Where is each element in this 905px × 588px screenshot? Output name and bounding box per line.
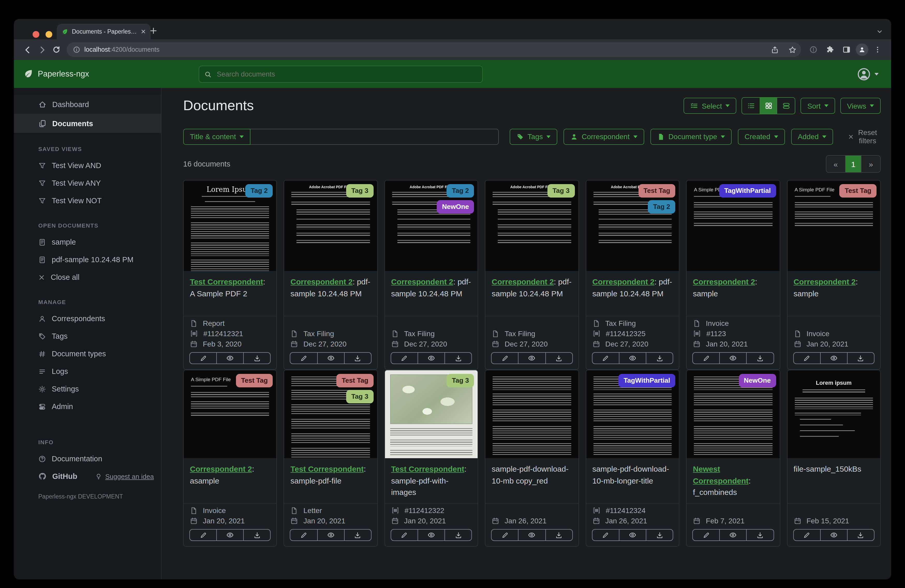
views-button[interactable]: Views <box>840 98 881 114</box>
document-thumbnail[interactable]: TagWithPartial <box>586 370 679 458</box>
filter-text-input[interactable] <box>251 128 499 144</box>
download-button[interactable] <box>244 352 271 364</box>
correspondent-link[interactable]: Correspondent 2 <box>492 277 554 286</box>
sidebar-item-close-all[interactable]: Close all <box>14 268 161 286</box>
filter-document-type-dropdown[interactable]: Document type <box>650 128 731 144</box>
preview-button[interactable] <box>619 529 646 541</box>
download-button[interactable] <box>445 529 472 541</box>
pagination-page-1[interactable]: 1 <box>845 156 861 172</box>
sidebar-item-test-view-any[interactable]: Test View ANY <box>14 174 161 192</box>
document-thumbnail[interactable]: Lorem Ipsum Tag 2 <box>184 181 276 271</box>
document-thumbnail[interactable]: A Simple PDF File TagWithPartial <box>687 181 780 271</box>
preview-button[interactable] <box>217 529 244 541</box>
document-thumbnail[interactable]: Adobe Acrobat PDF Files Tag 2NewOne <box>385 181 478 271</box>
filter-field-dropdown[interactable]: Title & content <box>183 128 251 144</box>
pagination-prev-button[interactable]: « <box>826 156 845 172</box>
view-mode-list-button[interactable] <box>742 98 760 114</box>
address-bar[interactable]: localhost:4200/documents <box>67 43 801 57</box>
correspondent-link[interactable]: Test Correspondent <box>190 277 263 286</box>
back-icon[interactable] <box>20 43 35 57</box>
browser-tab[interactable]: Documents - Paperless-ngx <box>57 24 151 39</box>
download-button[interactable] <box>848 529 875 541</box>
preview-button[interactable] <box>720 352 747 364</box>
select-button[interactable]: Select <box>684 98 737 114</box>
extensions-puzzle-icon[interactable] <box>823 43 837 57</box>
preview-button[interactable] <box>217 352 244 364</box>
reset-filters-button[interactable]: Reset filters <box>845 128 881 145</box>
preview-button[interactable] <box>318 529 345 541</box>
share-icon[interactable] <box>768 43 781 56</box>
reload-icon[interactable] <box>49 43 64 57</box>
tag-badge[interactable]: Tag 2 <box>648 200 675 214</box>
sidebar-item-open-doc-pdf-sample[interactable]: pdf-sample 10.24.48 PM <box>14 251 161 268</box>
edit-button[interactable] <box>793 529 821 541</box>
correspondent-link[interactable]: Correspondent 2 <box>693 277 755 286</box>
correspondent-link[interactable]: Test Correspondent <box>391 464 464 473</box>
tag-badge[interactable]: NewOne <box>437 200 474 214</box>
tag-badge[interactable]: Test Tag <box>337 374 373 387</box>
minimize-window-button[interactable] <box>46 31 52 38</box>
user-menu[interactable] <box>857 60 879 88</box>
preview-button[interactable] <box>318 352 345 364</box>
tag-badge[interactable]: Tag 3 <box>447 374 474 387</box>
document-thumbnail[interactable]: A Simple PDF File Test Tag <box>787 181 880 271</box>
sidebar-item-correspondents[interactable]: Correspondents <box>14 310 161 327</box>
tag-badge[interactable]: TagWithPartial <box>719 184 776 198</box>
sidebar-item-dashboard[interactable]: Dashboard <box>14 95 161 114</box>
browser-profile-avatar[interactable] <box>856 43 868 56</box>
document-thumbnail[interactable]: Adobe Acrobat PDF Files Tag 3 <box>284 181 377 271</box>
suggest-an-idea-link[interactable]: Suggest an idea <box>95 472 154 480</box>
app-logo[interactable]: Paperless-ngx <box>23 69 89 79</box>
download-button[interactable] <box>445 352 472 364</box>
download-button[interactable] <box>747 352 774 364</box>
sidebar-item-github[interactable]: GitHub Suggest an idea <box>14 468 161 485</box>
download-button[interactable] <box>345 529 371 541</box>
site-info-icon[interactable] <box>73 46 80 53</box>
bookmark-star-icon[interactable] <box>786 43 799 56</box>
edit-button[interactable] <box>290 529 318 541</box>
sort-button[interactable]: Sort <box>800 98 835 114</box>
edit-button[interactable] <box>491 529 519 541</box>
preview-button[interactable] <box>821 352 847 364</box>
preview-button[interactable] <box>418 529 445 541</box>
document-thumbnail[interactable]: A Simple PDF File Test Tag <box>184 370 276 458</box>
tag-badge[interactable]: Test Tag <box>236 374 273 387</box>
edit-button[interactable] <box>189 352 217 364</box>
preview-button[interactable] <box>821 529 847 541</box>
download-button[interactable] <box>848 352 875 364</box>
search-input[interactable] <box>216 70 477 79</box>
edit-button[interactable] <box>692 529 720 541</box>
edit-button[interactable] <box>793 352 821 364</box>
pagination-next-button[interactable]: » <box>861 156 880 172</box>
tag-badge[interactable]: Tag 3 <box>346 390 373 403</box>
tag-badge[interactable]: Tag 3 <box>547 184 575 198</box>
filter-created-dropdown[interactable]: Created <box>738 128 785 144</box>
edit-button[interactable] <box>391 352 418 364</box>
document-thumbnail[interactable]: Tag 3 <box>385 370 478 458</box>
document-thumbnail[interactable]: Adobe Acrobat PDF Files Test TagTag 2 <box>586 181 679 271</box>
document-thumbnail[interactable]: Lorem ipsum <box>787 370 880 458</box>
download-button[interactable] <box>546 352 573 364</box>
filter-added-dropdown[interactable]: Added <box>791 128 833 144</box>
preview-button[interactable] <box>519 352 546 364</box>
sidebar-item-tags[interactable]: Tags <box>14 327 161 345</box>
sidebar-item-test-view-and[interactable]: Test View AND <box>14 157 161 174</box>
document-thumbnail[interactable]: Adobe Acrobat PDF Files Tag 3 <box>486 181 578 271</box>
edit-button[interactable] <box>189 529 217 541</box>
tab-search-chevron-icon[interactable] <box>876 29 883 35</box>
new-tab-button[interactable] <box>149 27 157 35</box>
view-mode-detail-button[interactable] <box>777 98 795 114</box>
sidebar-item-admin[interactable]: Admin <box>14 398 161 415</box>
tab-close-icon[interactable] <box>141 29 146 34</box>
tag-badge[interactable]: Test Tag <box>840 184 876 198</box>
download-button[interactable] <box>345 352 371 364</box>
sidebar-item-document-types[interactable]: Document types <box>14 345 161 363</box>
sidebar-item-documentation[interactable]: Documentation <box>14 450 161 468</box>
download-button[interactable] <box>646 352 673 364</box>
sidebar-item-documents[interactable]: Documents <box>14 114 161 133</box>
side-panel-icon[interactable] <box>839 43 854 57</box>
edit-button[interactable] <box>692 352 720 364</box>
view-mode-grid-button[interactable] <box>760 98 777 114</box>
correspondent-link[interactable]: Correspondent 2 <box>190 464 252 473</box>
tag-badge[interactable]: Tag 2 <box>447 184 474 198</box>
